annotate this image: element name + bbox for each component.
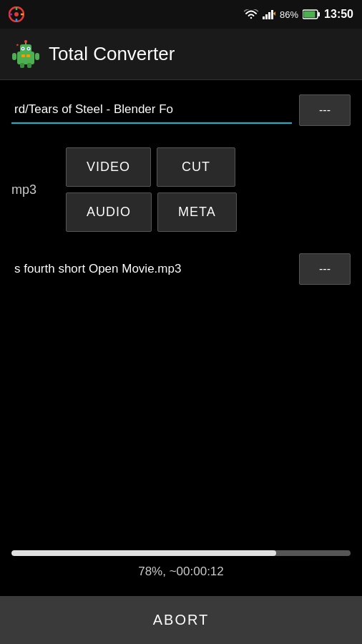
svg-rect-10: [17, 52, 34, 64]
svg-rect-22: [21, 54, 25, 57]
svg-rect-3: [265, 14, 268, 19]
video-button[interactable]: VIDEO: [66, 147, 151, 187]
browse-output-button[interactable]: ---: [299, 253, 351, 285]
input-file-field[interactable]: [11, 97, 292, 124]
app-icon: [11, 40, 40, 69]
title-bar: Total Converter: [0, 29, 362, 80]
svg-rect-18: [12, 53, 16, 60]
svg-rect-4: [268, 12, 270, 19]
cut-button[interactable]: CUT: [157, 147, 235, 187]
svg-rect-9: [304, 11, 315, 18]
status-right: 86% 13:50: [244, 8, 353, 21]
progress-text: 78%, ~00:00:12: [11, 565, 351, 579]
middle-section: mp3 VIDEO CUT AUDIO META: [11, 147, 351, 232]
action-row-bottom: AUDIO META: [66, 192, 237, 232]
svg-point-1: [14, 12, 19, 16]
input-section: ---: [11, 94, 351, 126]
battery-level: 86%: [280, 9, 298, 20]
action-buttons: VIDEO CUT AUDIO META: [66, 147, 237, 232]
signal-icon: [263, 9, 275, 19]
svg-marker-6: [273, 11, 275, 16]
notification-icon: [9, 6, 24, 22]
output-file-label: s fourth short Open Movie.mp3: [11, 256, 292, 282]
svg-rect-2: [263, 16, 265, 19]
battery-icon: [303, 9, 320, 19]
format-label: mp3: [11, 182, 54, 197]
progress-bar-track: [11, 550, 351, 556]
status-time: 13:50: [324, 8, 353, 21]
progress-container: 78%, ~00:00:12: [0, 536, 362, 596]
wifi-icon: [244, 9, 258, 19]
svg-point-15: [28, 47, 29, 49]
main-content: --- mp3 VIDEO CUT AUDIO META s fourth sh…: [0, 80, 362, 313]
bottom-section: 78%, ~00:00:12 ABORT: [0, 536, 362, 644]
action-row-top: VIDEO CUT: [66, 147, 237, 187]
svg-rect-23: [26, 54, 30, 57]
browse-input-button[interactable]: ---: [299, 94, 351, 126]
svg-rect-20: [20, 63, 24, 68]
svg-rect-19: [35, 53, 39, 60]
svg-rect-5: [271, 10, 273, 19]
output-section: s fourth short Open Movie.mp3 ---: [11, 253, 351, 285]
svg-marker-24: [16, 43, 19, 46]
app-title: Total Converter: [49, 43, 175, 65]
meta-button[interactable]: META: [157, 192, 237, 232]
svg-rect-8: [318, 12, 321, 16]
abort-button[interactable]: ABORT: [0, 596, 362, 644]
progress-bar-fill: [11, 550, 276, 556]
audio-button[interactable]: AUDIO: [66, 192, 152, 232]
svg-point-14: [22, 47, 24, 49]
svg-rect-21: [27, 63, 31, 68]
svg-point-17: [24, 40, 27, 43]
status-left: [9, 6, 24, 22]
status-bar: 86% 13:50: [0, 0, 362, 29]
